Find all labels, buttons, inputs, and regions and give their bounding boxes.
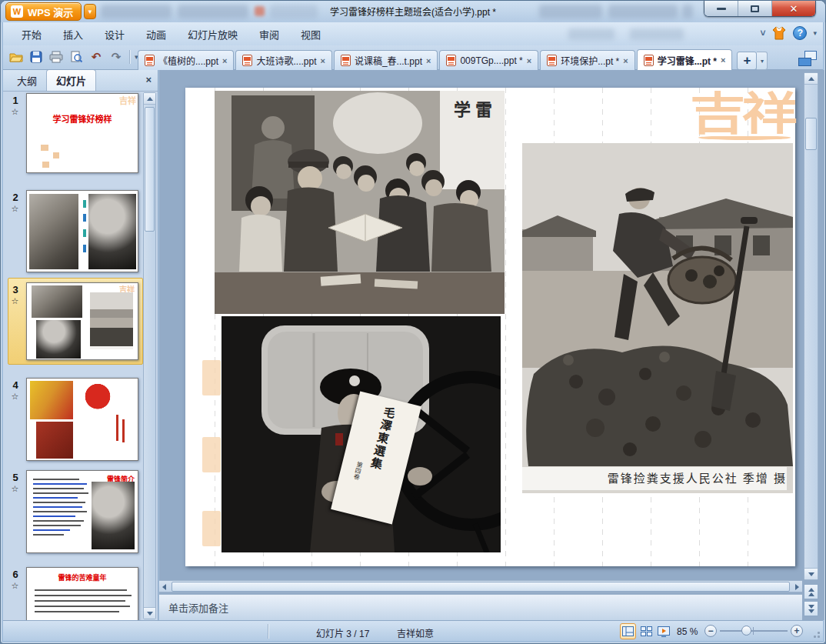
text-skeleton [33, 520, 84, 522]
collapse-ribbon-icon[interactable]: ˅ [760, 28, 765, 38]
undo-button[interactable]: ↶ [88, 48, 105, 65]
doc-tab-label: 说课稿_春...t.ppt [355, 54, 422, 67]
doc-tab-active[interactable]: 学习雷锋...pt * × [637, 49, 733, 70]
zoom-out-button[interactable]: − [704, 625, 717, 637]
new-tab-button[interactable]: + [737, 52, 757, 70]
slideshow-button[interactable] [655, 623, 671, 639]
help-dropdown-icon[interactable]: ▾ [813, 29, 817, 37]
decor [82, 195, 87, 268]
tab-close-icon[interactable]: × [527, 56, 531, 65]
thumb-photo [36, 422, 73, 459]
previous-slide-button[interactable] [804, 584, 818, 599]
minimize-button[interactable] [704, 1, 738, 16]
save-button[interactable] [28, 48, 45, 65]
doc-tab-label: 009TGp....ppt * [460, 55, 522, 66]
slide-canvas: 吉祥 [159, 70, 824, 620]
animation-indicator-icon: ☆ [6, 107, 23, 117]
animation-indicator-icon: ☆ [6, 392, 23, 402]
scroll-down-button[interactable] [144, 607, 155, 619]
new-tab-dropdown-icon[interactable]: ▾ [757, 52, 768, 70]
normal-view-icon [622, 626, 634, 636]
slide-thumbnail-1[interactable]: 吉祥 学习雷锋好榜样 [26, 93, 138, 173]
horizontal-scrollbar[interactable] [159, 580, 802, 592]
menu-slideshow[interactable]: 幻灯片放映 [177, 24, 248, 45]
panel-scrollbar[interactable] [143, 92, 156, 619]
help-icon[interactable]: ? [793, 26, 807, 40]
close-icon: ✕ [790, 3, 798, 15]
text-skeleton [35, 611, 119, 612]
wps-presentation-window: W WPS 演示 ▾ 学习雷锋好榜样主题班会(适合小学).ppt * ✕ 开始 … [0, 0, 826, 644]
menu-view[interactable]: 视图 [290, 24, 331, 45]
scroll-down-button[interactable] [804, 568, 818, 579]
photo-classroom[interactable]: 学雷 [215, 91, 505, 314]
menu-review[interactable]: 审阅 [248, 24, 290, 45]
slide-sorter-view-button[interactable] [638, 623, 654, 639]
thumb-photo [78, 381, 135, 458]
notes-panel[interactable]: 单击添加备注 [159, 594, 802, 620]
scrollbar-thumb[interactable] [145, 107, 155, 232]
normal-view-button[interactable] [620, 623, 636, 639]
tab-close-icon[interactable]: × [721, 55, 725, 65]
classroom-scene [215, 91, 505, 314]
menu-insert[interactable]: 插入 [52, 24, 94, 45]
slide-thumbnail-5[interactable]: 雷锋简介 [26, 470, 138, 553]
doc-tab-3[interactable]: 说课稿_春...t.ppt × [334, 50, 438, 70]
photo-field-work[interactable]: 雷锋捡粪支援人民公社 季增 摄 [522, 143, 793, 493]
doc-tab-2[interactable]: 大班诗歌....ppt × [235, 50, 331, 70]
zoom-slider-track[interactable] [720, 630, 788, 632]
text-skeleton [33, 525, 81, 526]
photo-truck-reading[interactable]: 毛澤東選集 第四卷 [221, 316, 501, 552]
animation-indicator-icon: ☆ [6, 296, 23, 306]
wps-member-shirt-icon[interactable] [771, 25, 787, 41]
slide-number: 2 [8, 192, 23, 203]
slide-thumbnail-4[interactable] [26, 378, 138, 461]
open-button[interactable] [8, 48, 25, 65]
print-button[interactable] [48, 48, 65, 65]
next-slide-button[interactable] [804, 601, 818, 616]
tab-close-icon[interactable]: × [222, 56, 227, 65]
doc-tab-5[interactable]: 环境保护...pt * × [540, 50, 634, 70]
vertical-scrollbar[interactable] [804, 72, 818, 620]
panel-close-icon[interactable]: × [145, 74, 152, 85]
left-arrow-icon [162, 584, 166, 590]
doc-tab-4[interactable]: 009TGp....ppt * × [439, 50, 538, 70]
ppt-file-icon [341, 55, 351, 66]
menu-animation[interactable]: 动画 [135, 24, 177, 45]
tab-close-icon[interactable]: × [321, 56, 325, 65]
menu-home[interactable]: 开始 [11, 24, 52, 45]
zoom-slider-handle[interactable] [741, 626, 751, 636]
switch-window-button[interactable] [798, 51, 817, 66]
slide-thumbnail-6[interactable]: 雷锋的苦难童年 [26, 567, 138, 620]
ppt-file-icon [644, 55, 654, 66]
scroll-up-button[interactable] [804, 73, 818, 85]
slide-number: 5 [8, 472, 23, 483]
seal-stamp [202, 360, 221, 395]
tab-close-icon[interactable]: × [426, 56, 431, 65]
zoom-in-button[interactable]: + [791, 625, 803, 637]
text-skeleton [33, 488, 84, 489]
tab-close-icon[interactable]: × [623, 56, 628, 65]
scrollbar-thumb[interactable] [805, 118, 817, 150]
double-down-arrow-icon [808, 605, 814, 609]
slide-thumbnail-3-selected[interactable]: 吉祥 [26, 282, 138, 360]
ppt-file-icon [446, 55, 456, 66]
slide-sorter-icon [641, 626, 652, 636]
scroll-up-button[interactable] [144, 93, 155, 105]
text-skeleton [33, 497, 78, 499]
blurred-menu-item [630, 28, 684, 40]
resize-grip[interactable] [811, 629, 820, 638]
up-arrow-icon [808, 77, 814, 81]
close-button[interactable]: ✕ [772, 1, 815, 16]
menu-design[interactable]: 设计 [94, 24, 135, 45]
redo-button[interactable]: ↷ [108, 48, 125, 65]
print-preview-button[interactable] [68, 48, 85, 65]
restore-button[interactable] [738, 1, 772, 16]
slides-tab[interactable]: 幻灯片 [46, 70, 96, 91]
doc-tab-1[interactable]: 《植树的....ppt × [138, 50, 234, 70]
slide-thumbnail-2[interactable] [26, 190, 138, 272]
slide-number: 6 [8, 569, 23, 580]
current-slide[interactable]: 吉祥 [185, 88, 795, 566]
scrollbar-thumb[interactable] [172, 582, 790, 592]
down-arrow-icon [808, 572, 814, 576]
outline-tab[interactable]: 大纲 [8, 70, 46, 91]
